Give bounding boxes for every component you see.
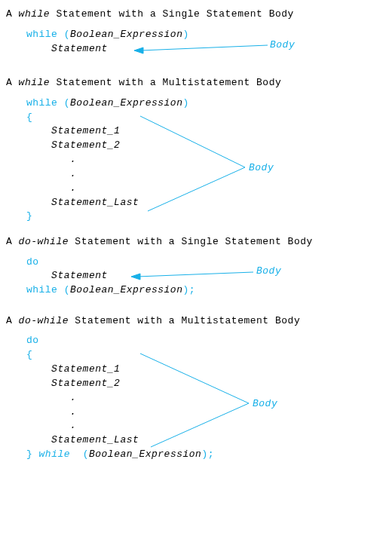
paren-close: ) (182, 97, 188, 109)
section3-code: do Statement while (Boolean_Expression);… (8, 256, 389, 302)
keyword-do-while-heading: do-while (19, 315, 69, 326)
keyword-do-while-heading: do-while (19, 236, 69, 247)
keyword-while-heading: while (19, 77, 51, 88)
paren-open: ( (64, 97, 70, 109)
paren-open: ( (64, 284, 70, 295)
code-block: do Statement while (Boolean_Expression); (8, 256, 389, 298)
text: Statement with a Single Statement Body (69, 236, 313, 247)
statement: Statement (51, 270, 108, 281)
boolean-expression: Boolean_Expression (70, 97, 182, 109)
annotation-body: Body (249, 161, 274, 176)
page: A while Statement with a Single Statemen… (0, 0, 392, 480)
section2-heading: A while Statement with a Multistatement … (6, 76, 389, 90)
code-block: do { Statement_1 Statement_2 . . . State… (8, 334, 389, 462)
dot: . (70, 154, 76, 165)
code-block: while (Boolean_Expression) Statement (8, 28, 389, 57)
dot: . (70, 406, 76, 418)
text: A (6, 315, 19, 326)
code-block: while (Boolean_Expression) { Statement_1… (8, 96, 389, 225)
boolean-expression: Boolean_Expression (70, 284, 182, 295)
boolean-expression: Boolean_Expression (89, 448, 201, 460)
keyword-do: do (26, 335, 39, 346)
section2-code: while (Boolean_Expression) { Statement_1… (8, 96, 389, 223)
paren-close-semi: ); (201, 448, 214, 460)
annotation-body: Body (253, 397, 277, 412)
brace-open: { (26, 112, 32, 123)
brace-close: } (26, 210, 32, 222)
keyword-while: while (26, 29, 58, 40)
text: A (6, 236, 19, 247)
statement-2: Statement_2 (51, 378, 120, 389)
statement-1: Statement_1 (51, 125, 120, 136)
dot: . (70, 420, 76, 431)
text: A (6, 77, 19, 88)
brace-open: { (26, 349, 32, 360)
keyword-while: while (26, 97, 58, 109)
text: Statement with a Single Statement Body (50, 8, 294, 20)
paren-open: ( (64, 29, 70, 40)
paren-open: ( (83, 448, 89, 460)
keyword-do: do (26, 256, 39, 268)
paren-close: ) (182, 29, 188, 40)
statement: Statement (51, 43, 108, 54)
keyword-while: while (26, 284, 58, 295)
section4-heading: A do-while Statement with a Multistateme… (6, 314, 389, 329)
annotation-body: Body (256, 265, 281, 279)
section4-code: do { Statement_1 Statement_2 . . . State… (8, 334, 389, 464)
boolean-expression: Boolean_Expression (70, 29, 182, 40)
dot: . (70, 392, 76, 403)
brace-close: } (26, 448, 32, 460)
keyword-while-heading: while (19, 8, 51, 20)
section1-heading: A while Statement with a Single Statemen… (6, 8, 389, 22)
statement-last: Statement_Last (51, 197, 139, 208)
statement-1: Statement_1 (51, 363, 120, 375)
text: A (6, 8, 19, 20)
dot: . (70, 168, 76, 179)
paren-close-semi: ); (182, 284, 195, 295)
annotation-body: Body (270, 38, 295, 53)
section1-code: while (Boolean_Expression) Statement Bod… (8, 28, 389, 64)
text: Statement with a Multistatement Body (50, 77, 281, 88)
statement-last: Statement_Last (51, 434, 139, 445)
keyword-while: while (39, 448, 71, 460)
text: Statement with a Multistatement Body (69, 315, 300, 326)
section3-heading: A do-while Statement with a Single State… (6, 235, 389, 249)
statement-2: Statement_2 (51, 139, 120, 151)
dot: . (70, 182, 76, 194)
